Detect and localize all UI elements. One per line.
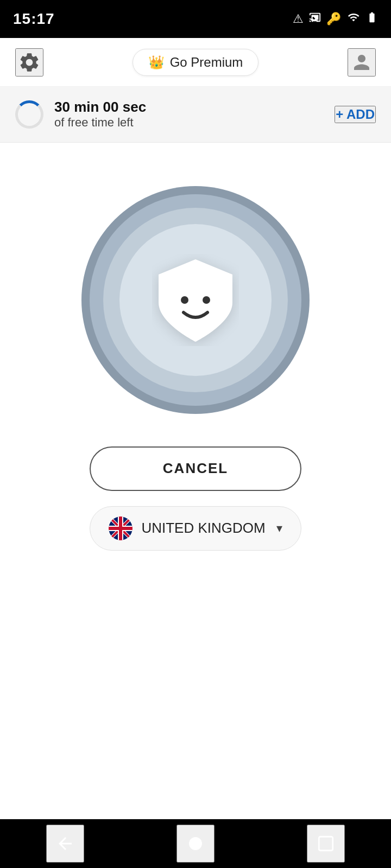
country-name: UNITED KINGDOM	[141, 520, 265, 537]
free-time-info: 30 min 00 sec of free time left	[15, 99, 146, 130]
key-icon: 🔑	[326, 12, 341, 26]
battery-icon	[366, 11, 378, 27]
back-button[interactable]	[46, 825, 84, 863]
shield-face	[147, 251, 244, 349]
svg-point-0	[181, 296, 188, 304]
uk-flag-icon	[109, 516, 133, 540]
status-icons: ⚠ 🔑	[293, 11, 378, 27]
free-time-duration: 30 min 00 sec	[54, 99, 146, 116]
wifi-icon	[346, 11, 361, 27]
premium-label: Go Premium	[170, 55, 243, 70]
recents-button[interactable]	[307, 825, 345, 863]
crown-icon: 👑	[148, 55, 165, 70]
free-time-label: of free time left	[54, 116, 146, 130]
free-time-text: 30 min 00 sec of free time left	[54, 99, 146, 130]
shield-ring-inner	[119, 224, 272, 376]
add-time-button[interactable]: + ADD	[335, 106, 376, 123]
main-content: CANCEL	[0, 143, 391, 551]
svg-rect-14	[319, 837, 333, 851]
settings-button[interactable]	[15, 48, 43, 76]
svg-point-13	[189, 837, 202, 850]
free-time-banner: 30 min 00 sec of free time left + ADD	[0, 87, 391, 143]
home-button[interactable]	[176, 825, 215, 863]
svg-point-1	[203, 296, 210, 304]
timer-spinner	[15, 100, 43, 129]
status-bar: 15:17 ⚠ 🔑	[0, 0, 391, 38]
app-header: 👑 Go Premium	[0, 38, 391, 87]
country-selector-button[interactable]: UNITED KINGDOM ▾	[90, 506, 301, 551]
status-time: 15:17	[13, 10, 55, 28]
alert-icon: ⚠	[293, 12, 304, 26]
cancel-button[interactable]: CANCEL	[90, 446, 301, 491]
shield-ring-middle	[103, 208, 288, 392]
cast-icon	[309, 11, 321, 27]
vpn-shield-container[interactable]	[81, 186, 310, 414]
shield-ring-outer	[90, 194, 301, 406]
bottom-nav	[0, 819, 391, 868]
profile-button[interactable]	[348, 48, 376, 76]
go-premium-button[interactable]: 👑 Go Premium	[133, 49, 259, 76]
chevron-down-icon: ▾	[276, 521, 282, 535]
